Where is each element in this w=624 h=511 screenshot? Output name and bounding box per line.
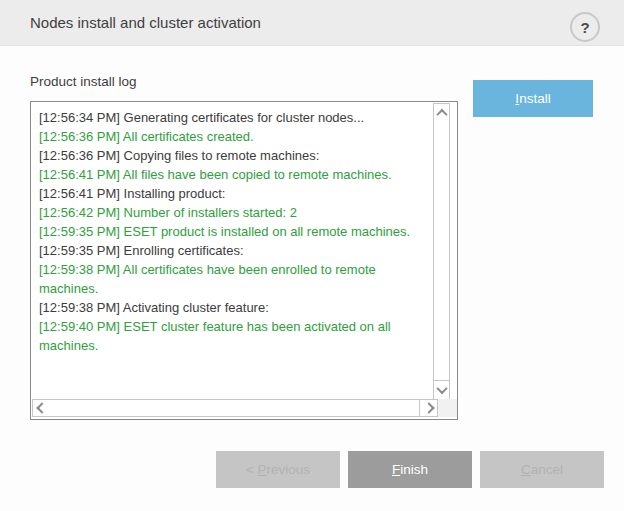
wizard-dialog: Nodes install and cluster activation ? P… xyxy=(0,0,624,511)
product-install-log: [12:56:34 PM] Generating certificates fo… xyxy=(30,101,458,420)
log-entry: [12:59:38 PM] Activating cluster feature… xyxy=(39,298,424,317)
log-entry: [12:56:36 PM] All certificates created. xyxy=(39,127,424,146)
vertical-scrollbar[interactable] xyxy=(433,103,450,400)
chevron-down-icon xyxy=(436,383,447,394)
scroll-left-button[interactable] xyxy=(32,399,51,417)
log-entry: [12:56:41 PM] Installing product: xyxy=(39,184,424,203)
scroll-right-button[interactable] xyxy=(419,399,438,417)
scrollbar-corner xyxy=(438,399,457,417)
dialog-header: Nodes install and cluster activation ? xyxy=(0,0,624,46)
page-title: Nodes install and cluster activation xyxy=(30,0,261,45)
scroll-down-button[interactable] xyxy=(433,380,450,400)
chevron-right-icon xyxy=(423,402,434,413)
horizontal-scrollbar[interactable] xyxy=(32,399,438,417)
log-entries: [12:56:34 PM] Generating certificates fo… xyxy=(31,102,426,398)
previous-button-label: < Previous xyxy=(246,462,310,477)
vertical-scroll-track[interactable] xyxy=(433,122,450,381)
finish-button[interactable]: Finish xyxy=(348,451,472,488)
log-entry: [12:59:35 PM] ESET product is installed … xyxy=(39,222,424,241)
install-button-label: Install xyxy=(515,91,550,106)
previous-button[interactable]: < Previous xyxy=(216,451,340,488)
cancel-button-label: Cancel xyxy=(521,462,563,477)
log-entry: [12:56:34 PM] Generating certificates fo… xyxy=(39,108,424,127)
wizard-footer: < Previous Finish Cancel xyxy=(216,451,604,488)
chevron-left-icon xyxy=(36,402,47,413)
chevron-up-icon xyxy=(436,109,447,120)
log-entry: [12:59:38 PM] All certificates have been… xyxy=(39,260,424,298)
log-label: Product install log xyxy=(30,74,137,89)
log-entry: [12:56:42 PM] Number of installers start… xyxy=(39,203,424,222)
cancel-button[interactable]: Cancel xyxy=(480,451,604,488)
question-mark-icon: ? xyxy=(580,19,589,36)
scroll-up-button[interactable] xyxy=(433,103,450,123)
log-entry: [12:56:41 PM] All files have been copied… xyxy=(39,165,424,184)
horizontal-scroll-track[interactable] xyxy=(50,399,420,417)
install-button[interactable]: Install xyxy=(473,80,593,117)
log-entry: [12:59:35 PM] Enrolling certificates: xyxy=(39,241,424,260)
finish-button-label: Finish xyxy=(392,462,428,477)
log-entry: [12:59:40 PM] ESET cluster feature has b… xyxy=(39,317,424,355)
help-button[interactable]: ? xyxy=(570,12,600,42)
log-entry: [12:56:36 PM] Copying files to remote ma… xyxy=(39,146,424,165)
